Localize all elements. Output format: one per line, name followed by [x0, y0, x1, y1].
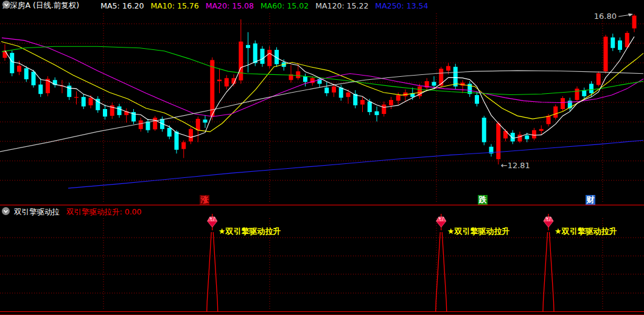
signal-spike — [543, 214, 554, 311]
ma-legend-item: MA60: 15.02 — [261, 1, 309, 10]
signal-label: ★双引擎驱动拉升 — [555, 226, 617, 237]
event-badge: 跌 — [478, 195, 488, 205]
chevron-down-icon[interactable] — [86, 2, 94, 10]
indicator-name: 双引擎驱动拉 — [14, 207, 60, 218]
trading-app-window: 16.80←12.81 深深房A (日线.前复权) MA5: 16.20MA10… — [0, 0, 644, 315]
ma-legend: MA5: 16.20MA10: 15.76MA20: 15.08MA60: 15… — [100, 1, 428, 10]
candlestick-chart-canvas[interactable]: 16.80←12.81 — [0, 0, 644, 315]
high-price-label: 16.80 — [594, 12, 617, 21]
indicator-value: 双引擎驱动拉升: 0.00 — [66, 207, 142, 218]
main-chart-header: 深深房A (日线.前复权) MA5: 16.20MA10: 15.76MA20:… — [2, 1, 429, 11]
ma-legend-item: MA250: 13.54 — [375, 1, 428, 10]
ma-legend-item: MA20: 15.08 — [206, 1, 254, 10]
ma-legend-item: MA120: 15.22 — [315, 1, 368, 10]
signal-spike — [436, 214, 447, 311]
gem-icon — [436, 217, 446, 227]
event-badge: 涨 — [200, 195, 209, 205]
ma-legend-item: MA10: 15.76 — [151, 1, 199, 10]
low-price-label: ←12.81 — [501, 161, 530, 170]
gem-icon — [544, 217, 553, 227]
candles — [3, 14, 637, 165]
stock-title: 深深房A (日线.前复权) — [2, 1, 79, 11]
signal-label: ★双引擎驱动拉升 — [219, 226, 281, 237]
signal-spike — [207, 214, 218, 311]
ma-lines — [0, 37, 643, 188]
chevron-down-icon[interactable] — [2, 208, 10, 216]
price-annotations: 16.80←12.81 — [501, 12, 633, 170]
indicator-signals — [0, 214, 644, 312]
indicator-header: 双引擎驱动拉 双引擎驱动拉升: 0.00 — [2, 207, 142, 217]
gridlines — [0, 13, 644, 311]
signal-label: ★双引擎驱动拉升 — [447, 226, 510, 237]
ma-line-ma250 — [68, 140, 643, 188]
event-badge: 财 — [586, 195, 595, 205]
ma-legend-item: MA5: 16.20 — [100, 1, 144, 10]
gem-icon — [208, 217, 217, 227]
